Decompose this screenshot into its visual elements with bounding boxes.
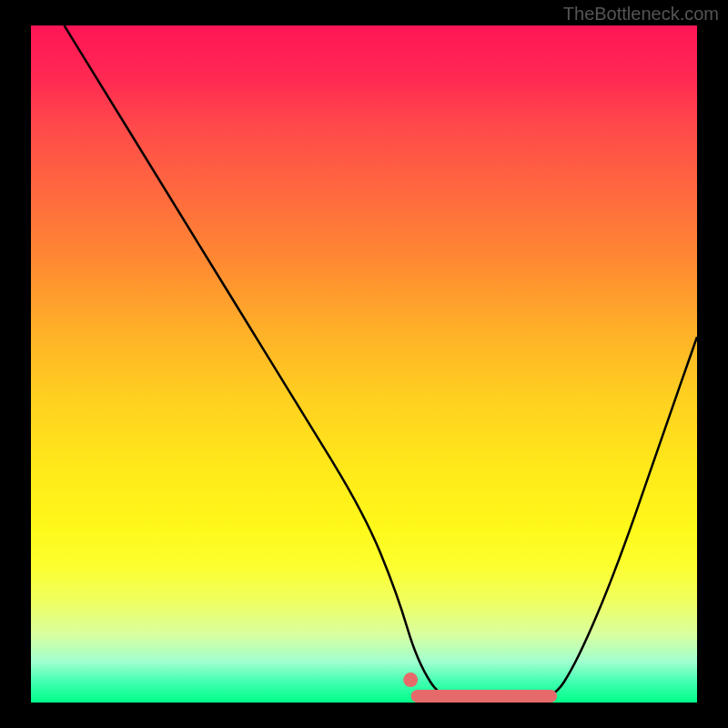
bottleneck-curve-line xyxy=(65,25,697,703)
chart-svg xyxy=(31,25,697,703)
curve-marker-dot xyxy=(403,672,418,687)
watermark-text: TheBottleneck.com xyxy=(563,4,719,25)
chart-plot-area xyxy=(31,25,697,703)
